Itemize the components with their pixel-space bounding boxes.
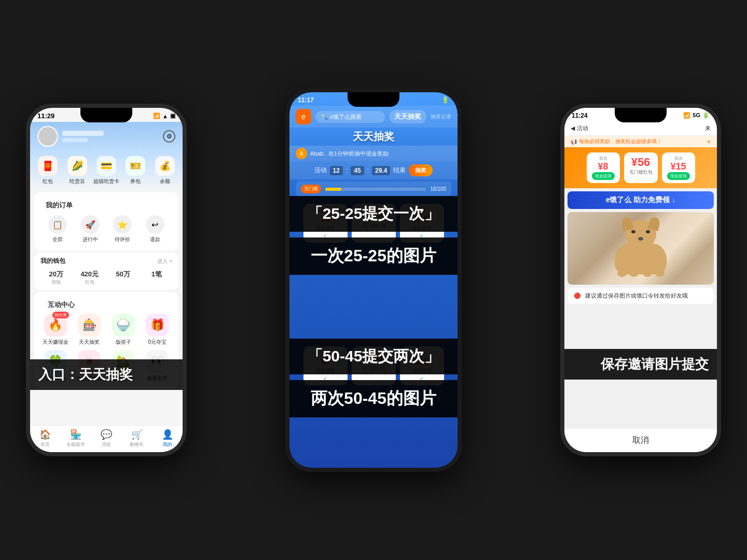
order-row: 📋 全部 🚀 进行中 ⭐ 待评价 ↩ 退款 xyxy=(38,212,174,246)
right-prize-btn-1: 现金提现 xyxy=(592,172,615,180)
hongbao-icon: 🧧 xyxy=(38,156,58,176)
messages-label: 消息 xyxy=(102,441,111,448)
wallet-credit: 50万 xyxy=(107,270,139,286)
center-notch xyxy=(348,92,399,107)
suggestion-text: 建议通过保存图片或饿口令转发给好友哦 xyxy=(585,292,688,300)
countdown-sep1: : xyxy=(346,167,348,174)
center-page-title: 天天抽奖 xyxy=(289,128,458,146)
nav-home[interactable]: 🏠 首页 xyxy=(30,429,61,448)
left-bottom-nav: 🏠 首页 🏪 全能超市 💬 消息 🛒 购物车 👤 我的 xyxy=(30,425,183,452)
wallet-stats: 20万 借钱 420元 红包 50万 1笔 xyxy=(40,270,172,286)
cancel-bar[interactable]: 取消 xyxy=(564,428,717,452)
close-notice-icon[interactable]: ✕ xyxy=(707,139,711,145)
right-5g-label: 5G xyxy=(693,112,700,119)
notice-bar: 📢 每抽必得奖励，抽奖机会超级多哦！ ✕ xyxy=(564,136,717,147)
right-prize-card-2[interactable]: ¥56 无门槛红包 xyxy=(624,152,658,183)
nav-messages[interactable]: 💬 消息 xyxy=(91,429,122,448)
countdown-row: 活动 12 : 45 : 29.4 结束 抽奖 xyxy=(289,161,458,179)
search-bar[interactable]: 🔍 e饿了么搜索 xyxy=(315,111,385,123)
right-prize-card-1[interactable]: 最高 ¥8 现金提现 xyxy=(587,152,620,183)
settings-icon[interactable]: ⚙ xyxy=(163,130,175,143)
countdown-label: 活动 xyxy=(314,166,327,175)
wallet-coupon-label: 红包 xyxy=(74,279,106,286)
food-icon: 🍚 xyxy=(112,314,135,337)
download-icon: ↓ xyxy=(672,195,675,204)
dog-image xyxy=(568,212,714,285)
nav-profile[interactable]: 👤 我的 xyxy=(152,429,183,448)
right-overlay-content: 保存邀请图片提交 xyxy=(601,356,709,372)
avatar xyxy=(37,126,58,147)
quick-item-card[interactable]: 💳 超级吃货卡 xyxy=(93,156,120,185)
right-prize-btn-3: 现金提现 xyxy=(667,172,690,180)
lottery-tab[interactable]: 天天抽奖 xyxy=(389,110,426,123)
lottery-icon: 🎰 xyxy=(78,314,101,337)
left-overlay-text: 入口：天天抽奖 xyxy=(30,359,183,390)
right-prize-val-3: ¥15 xyxy=(667,161,690,172)
wallet-coupon: 420元 红包 xyxy=(74,270,106,286)
right-prize-val-2: ¥56 xyxy=(629,156,653,169)
center-time: 11:17 xyxy=(298,96,314,104)
interact-lottery[interactable]: 🎰 天天抽奖 xyxy=(75,314,105,346)
prize-record[interactable]: 抽奖记录 xyxy=(431,113,451,120)
messages-icon: 💬 xyxy=(101,429,112,440)
interact-gift[interactable]: 🎁 0元夺宝 xyxy=(143,314,173,346)
cash-label: 天天赚现金 xyxy=(43,339,68,346)
left-top-icons: ⚙ xyxy=(30,122,183,151)
prize-record-label: 抽奖记录 xyxy=(431,114,451,119)
center-overlay-1: 「25-25提交一次」 xyxy=(289,196,458,232)
profile-label: 我的 xyxy=(163,441,172,448)
center-overlay-4: 两次50-45的图片 xyxy=(289,380,458,417)
profile-icon: 👤 xyxy=(162,429,173,440)
wallet-bills: 1笔 xyxy=(141,270,173,286)
card-icon: 💳 xyxy=(96,156,116,176)
right-signal-icon: 📶 xyxy=(683,112,690,119)
right-header-text: 活动 xyxy=(577,124,588,132)
order-review-icon: ⭐ xyxy=(113,215,132,234)
progress-text: 16/100 xyxy=(430,186,446,192)
dog-paw-4 xyxy=(655,270,665,277)
nav-supermarket[interactable]: 🏪 全能超市 xyxy=(61,429,91,448)
order-inprogress-label: 进行中 xyxy=(82,236,98,243)
interact-cash[interactable]: 🔥 抽火果 天天赚现金 xyxy=(40,314,71,346)
food-label: 饭搭子 xyxy=(116,339,131,346)
countdown-m: 45 xyxy=(351,166,364,175)
card-label: 超级吃货卡 xyxy=(93,178,119,185)
nav-cart[interactable]: 🛒 购物车 xyxy=(121,429,152,448)
coupon-label: 券包 xyxy=(130,178,141,185)
wallet-more[interactable]: 进入 > xyxy=(157,258,172,265)
order-review[interactable]: ⭐ 待评价 xyxy=(107,215,138,243)
phone-right: 11:24 📶 5G 🔋 ◀ 活动 来 📢 每抽必得奖励，抽奖机会超级多哦！ ✕ xyxy=(560,104,721,456)
home-label: 首页 xyxy=(40,441,50,448)
order-all[interactable]: 📋 全部 xyxy=(43,215,73,243)
battery-icon: ▣ xyxy=(170,113,175,119)
usersub-placeholder xyxy=(62,138,88,142)
order-inprogress[interactable]: 🚀 进行中 xyxy=(75,215,106,243)
order-refund[interactable]: ↩ 退款 xyxy=(140,215,171,243)
quick-item-coupon[interactable]: 🎫 券包 xyxy=(122,156,149,185)
interact-cash-wrap: 🔥 抽火果 xyxy=(44,314,67,337)
progress-label: 无门槛 xyxy=(301,185,321,193)
dog-eye-right xyxy=(646,230,650,233)
wallet-section: 我的钱包 进入 > 20万 借钱 420元 红包 50万 xyxy=(34,253,178,290)
notice-icon: 📢 xyxy=(571,139,577,145)
order-inprogress-icon: 🚀 xyxy=(81,215,100,234)
draw-button[interactable]: 抽奖 xyxy=(409,164,433,176)
overlay-2-text: 一次25-25的图片 xyxy=(311,246,436,265)
overlay-3-text: 「50-45提交两次」 xyxy=(307,347,440,365)
order-refund-icon: ↩ xyxy=(146,215,164,234)
quick-item-hongbao[interactable]: 🧧 红包 xyxy=(34,156,61,185)
dog-paw-1 xyxy=(617,270,627,277)
back-icon[interactable]: ◀ xyxy=(571,125,575,132)
right-status-icons: 📶 5G 🔋 xyxy=(683,112,710,119)
search-placeholder: e饿了么搜索 xyxy=(330,113,362,121)
right-prize-card-3[interactable]: 最高 ¥15 现金提现 xyxy=(662,152,695,183)
quick-item-chihuo[interactable]: 🌽 吃货豆 xyxy=(63,156,90,185)
hongbao-label: 红包 xyxy=(43,178,53,185)
left-time: 11:29 xyxy=(37,112,54,120)
interaction-grid-row1: 🔥 抽火果 天天赚现金 🎰 天天抽奖 🍚 饭搭子 🎁 xyxy=(40,312,172,348)
center-screen: 11:17 🔋 e 🔍 e饿了么搜索 天天抽奖 抽奖记录 xyxy=(289,92,458,468)
left-overlay-content: 入口：天天抽奖 xyxy=(38,367,133,382)
quick-item-balance[interactable]: 💰 余额 xyxy=(151,156,178,185)
right-mid-banner[interactable]: e饿了么 助力免费领 ↓ xyxy=(568,191,714,209)
interact-food[interactable]: 🍚 饭搭子 xyxy=(108,314,139,346)
